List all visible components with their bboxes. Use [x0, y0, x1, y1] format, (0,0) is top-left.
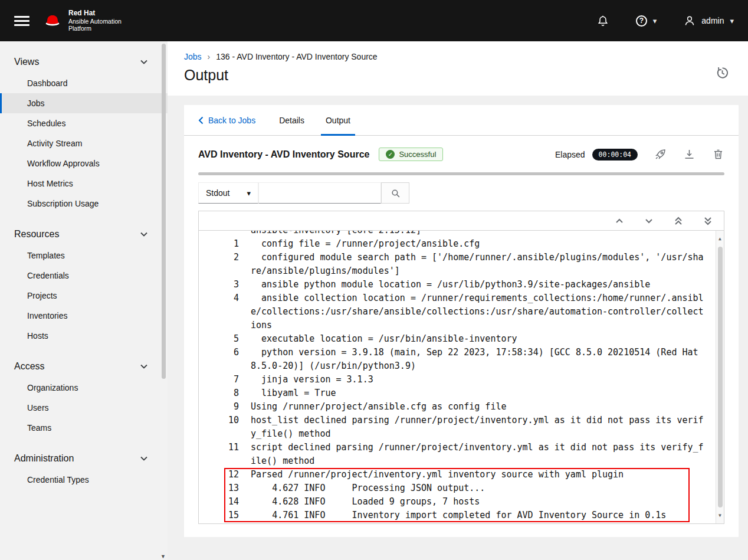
download-output-button[interactable]	[683, 148, 695, 161]
sidebar-entry-label: Access	[14, 361, 45, 372]
console-line: 4 ansible collection location = /runner/…	[199, 292, 724, 332]
line-number: 8	[199, 387, 239, 400]
brand-line2: Ansible Automation	[68, 18, 122, 25]
hamburger-menu-icon[interactable]	[14, 16, 29, 26]
history-button[interactable]	[716, 66, 729, 82]
line-text: script declined parsing /runner/project/…	[251, 441, 724, 468]
line-text: ansible collection location = /runner/re…	[251, 292, 724, 332]
output-vertical-scrollbar[interactable]: ▲ ▼	[716, 231, 724, 523]
line-number: 12	[199, 468, 239, 482]
help-menu-button[interactable]: ? ▾	[636, 15, 657, 27]
line-text: libyaml = True	[251, 387, 724, 400]
line-number	[199, 231, 239, 237]
brand-line3: Platform	[68, 25, 122, 32]
sidebar-scroll-down-icon[interactable]: ▼	[160, 554, 166, 559]
stdout-filter-dropdown[interactable]: Stdout ▾	[198, 182, 258, 204]
console-line: 6 python version = 3.9.18 (main, Sep 22 …	[199, 346, 724, 373]
next-match-button[interactable]	[645, 217, 653, 225]
sidebar-entry[interactable]: Workflow Approvals	[0, 153, 168, 173]
line-number: 5	[199, 332, 239, 346]
chevron-down-icon: ▾	[653, 17, 657, 25]
sidebar-entry[interactable]: Hosts	[0, 326, 168, 346]
sidebar-scrollbar[interactable]	[162, 44, 166, 552]
sidebar-entry[interactable]: Administration	[0, 438, 168, 470]
search-button[interactable]	[381, 182, 409, 204]
status-label: Successful	[399, 150, 436, 159]
notifications-button[interactable]	[597, 15, 609, 27]
tab-details[interactable]: Details	[268, 105, 315, 135]
sidebar-entry[interactable]: Resources	[0, 214, 168, 245]
chevron-down-icon: ▾	[730, 17, 734, 25]
search-input[interactable]	[258, 182, 381, 204]
sidebar-entry-label: Projects	[27, 291, 57, 300]
sidebar-entry-label: Activity Stream	[27, 139, 82, 148]
line-text: 4.627 INFO Processing JSON output...	[251, 482, 724, 495]
tab-output[interactable]: Output	[315, 105, 361, 135]
chevron-down-icon	[140, 232, 147, 237]
job-output-card: Back to Jobs Details Output AVD Inventor…	[184, 105, 739, 537]
sidebar-entry[interactable]: Host Metrics	[0, 173, 168, 194]
sidebar-entry[interactable]: Dashboard	[0, 73, 168, 93]
question-circle-icon: ?	[636, 15, 647, 27]
breadcrumb-jobs-link[interactable]: Jobs	[184, 52, 202, 61]
relaunch-button[interactable]	[654, 148, 667, 161]
sidebar-entry[interactable]: Credentials	[0, 266, 168, 286]
scroll-down-arrow-icon[interactable]: ▼	[719, 509, 721, 522]
elapsed-value-badge: 00:00:04	[592, 149, 638, 161]
console-highlighted-block: 12 Parsed /runner/project/inventory.yml …	[199, 468, 724, 522]
sidebar-entry[interactable]: Teams	[0, 418, 168, 438]
sidebar-entry-label: Jobs	[27, 99, 45, 108]
scroll-to-bottom-button[interactable]	[704, 217, 712, 225]
line-number: 2	[199, 251, 239, 278]
sidebar-entry[interactable]: Activity Stream	[0, 133, 168, 153]
chevron-down-icon	[140, 60, 147, 64]
sidebar-entry[interactable]: Jobs	[0, 93, 168, 113]
output-scrollbar-thumb[interactable]	[718, 247, 723, 507]
sidebar-entry-label: Dashboard	[27, 78, 68, 88]
console-line: 8 libyaml = True	[199, 387, 724, 400]
user-name-label: admin	[701, 16, 724, 25]
console-line: 1 config file = /runner/project/ansible.…	[199, 237, 724, 251]
sidebar-entry[interactable]: Organizations	[0, 378, 168, 398]
output-panel: ansible-inventory [core 2.15.12] 1 confi…	[198, 211, 724, 524]
check-circle-icon: ✓	[386, 150, 395, 159]
chevron-down-icon: ▾	[247, 189, 251, 198]
line-number: 7	[199, 373, 239, 387]
rocket-icon	[654, 148, 667, 161]
line-number: 14	[199, 495, 239, 509]
line-number: 13	[199, 482, 239, 495]
user-menu-button[interactable]: admin ▾	[684, 15, 734, 27]
horizontal-scrollbar[interactable]	[198, 172, 724, 175]
sidebar-entry-label: Schedules	[27, 119, 65, 128]
output-panel-header	[199, 211, 724, 231]
back-to-jobs-link[interactable]: Back to Jobs	[198, 105, 255, 135]
sidebar-entry[interactable]: Users	[0, 398, 168, 418]
console-line: 12 Parsed /runner/project/inventory.yml …	[199, 468, 724, 482]
sidebar-entry[interactable]: Views	[0, 41, 168, 73]
sidebar-entry[interactable]: Projects	[0, 286, 168, 306]
sidebar-entry[interactable]: Access	[0, 346, 168, 378]
sidebar-entry-list: Views Dashboard Jobs	[0, 41, 168, 490]
console-line: ansible-inventory [core 2.15.12]	[199, 231, 724, 237]
delete-job-button[interactable]	[712, 148, 724, 161]
sidebar-entry-label: Users	[27, 403, 49, 412]
previous-match-button[interactable]	[615, 217, 624, 225]
scroll-to-top-button[interactable]	[674, 217, 683, 225]
sidebar-entry-label: Credential Types	[27, 475, 89, 484]
line-number: 4	[199, 292, 239, 332]
sidebar-entry[interactable]: Subscription Usage	[0, 194, 168, 214]
scroll-up-arrow-icon[interactable]: ▲	[719, 232, 721, 245]
sidebar-entry[interactable]: Inventories	[0, 306, 168, 326]
sidebar-entry[interactable]: Credential Types	[0, 470, 168, 490]
sidebar-entry-label: Administration	[14, 453, 74, 464]
download-icon	[683, 148, 695, 161]
page-title: Output	[184, 67, 727, 84]
sidebar-scrollbar-thumb[interactable]	[162, 44, 166, 379]
sidebar-entry[interactable]: Schedules	[0, 113, 168, 133]
line-number: 1	[199, 237, 239, 251]
sidebar-entry[interactable]: Templates	[0, 245, 168, 266]
chevron-up-icon	[615, 217, 624, 225]
sidebar-nav: Views Dashboard Jobs	[0, 41, 168, 560]
console-line: 15 4.761 INFO Inventory import completed…	[199, 509, 724, 522]
line-text: jinja version = 3.1.3	[251, 373, 724, 387]
